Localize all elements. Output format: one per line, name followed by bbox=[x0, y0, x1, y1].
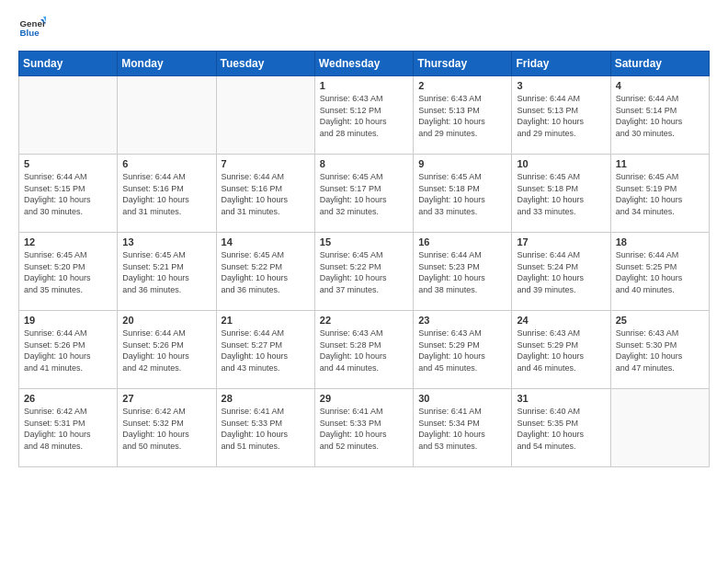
day-number: 16 bbox=[418, 236, 506, 247]
day-number: 11 bbox=[616, 158, 704, 169]
day-number: 4 bbox=[616, 80, 704, 91]
day-info: Sunrise: 6:44 AM Sunset: 5:15 PM Dayligh… bbox=[24, 171, 112, 217]
col-header-thursday: Thursday bbox=[414, 52, 512, 76]
day-number: 19 bbox=[24, 315, 112, 326]
calendar-week-1: 5Sunrise: 6:44 AM Sunset: 5:15 PM Daylig… bbox=[19, 155, 710, 233]
day-info: Sunrise: 6:44 AM Sunset: 5:27 PM Dayligh… bbox=[222, 327, 310, 373]
day-number: 17 bbox=[517, 236, 605, 247]
calendar-week-3: 19Sunrise: 6:44 AM Sunset: 5:26 PM Dayli… bbox=[19, 311, 710, 389]
calendar-cell: 13Sunrise: 6:45 AM Sunset: 5:21 PM Dayli… bbox=[118, 233, 216, 311]
calendar-cell: 21Sunrise: 6:44 AM Sunset: 5:27 PM Dayli… bbox=[216, 311, 314, 389]
calendar-cell: 22Sunrise: 6:43 AM Sunset: 5:28 PM Dayli… bbox=[314, 311, 413, 389]
calendar-cell: 15Sunrise: 6:45 AM Sunset: 5:22 PM Dayli… bbox=[314, 233, 413, 311]
calendar-cell bbox=[216, 76, 314, 155]
calendar-cell: 8Sunrise: 6:45 AM Sunset: 5:17 PM Daylig… bbox=[314, 155, 413, 233]
day-number: 18 bbox=[616, 236, 704, 247]
day-info: Sunrise: 6:42 AM Sunset: 5:32 PM Dayligh… bbox=[122, 406, 210, 452]
calendar-cell: 28Sunrise: 6:41 AM Sunset: 5:33 PM Dayli… bbox=[216, 389, 314, 467]
day-info: Sunrise: 6:45 AM Sunset: 5:21 PM Dayligh… bbox=[122, 249, 210, 295]
day-number: 27 bbox=[122, 393, 210, 404]
day-number: 15 bbox=[320, 236, 408, 247]
calendar-header-row: SundayMondayTuesdayWednesdayThursdayFrid… bbox=[19, 52, 710, 76]
day-info: Sunrise: 6:45 AM Sunset: 5:18 PM Dayligh… bbox=[517, 171, 605, 217]
day-number: 1 bbox=[320, 80, 408, 91]
day-number: 12 bbox=[24, 236, 112, 247]
day-number: 29 bbox=[320, 393, 408, 404]
col-header-monday: Monday bbox=[118, 52, 216, 76]
day-info: Sunrise: 6:40 AM Sunset: 5:35 PM Dayligh… bbox=[517, 406, 605, 452]
day-number: 28 bbox=[222, 393, 310, 404]
day-number: 26 bbox=[24, 393, 112, 404]
day-info: Sunrise: 6:44 AM Sunset: 5:13 PM Dayligh… bbox=[517, 93, 605, 139]
day-info: Sunrise: 6:45 AM Sunset: 5:19 PM Dayligh… bbox=[616, 171, 704, 217]
day-number: 9 bbox=[418, 158, 506, 169]
day-number: 6 bbox=[122, 158, 210, 169]
day-info: Sunrise: 6:43 AM Sunset: 5:13 PM Dayligh… bbox=[418, 93, 506, 139]
day-number: 2 bbox=[418, 80, 506, 91]
calendar-cell bbox=[19, 76, 118, 155]
day-number: 5 bbox=[24, 158, 112, 169]
day-number: 13 bbox=[122, 236, 210, 247]
col-header-tuesday: Tuesday bbox=[216, 52, 314, 76]
col-header-saturday: Saturday bbox=[610, 52, 709, 76]
calendar-cell: 1Sunrise: 6:43 AM Sunset: 5:12 PM Daylig… bbox=[314, 76, 413, 155]
day-info: Sunrise: 6:45 AM Sunset: 5:18 PM Dayligh… bbox=[418, 171, 506, 217]
calendar-cell: 12Sunrise: 6:45 AM Sunset: 5:20 PM Dayli… bbox=[19, 233, 118, 311]
calendar-cell: 9Sunrise: 6:45 AM Sunset: 5:18 PM Daylig… bbox=[414, 155, 512, 233]
logo: General Blue bbox=[18, 14, 46, 41]
calendar-cell bbox=[610, 389, 709, 467]
calendar-cell: 2Sunrise: 6:43 AM Sunset: 5:13 PM Daylig… bbox=[414, 76, 512, 155]
calendar-week-2: 12Sunrise: 6:45 AM Sunset: 5:20 PM Dayli… bbox=[19, 233, 710, 311]
day-info: Sunrise: 6:45 AM Sunset: 5:22 PM Dayligh… bbox=[320, 249, 408, 295]
day-info: Sunrise: 6:45 AM Sunset: 5:20 PM Dayligh… bbox=[24, 249, 112, 295]
day-number: 14 bbox=[222, 236, 310, 247]
page: General Blue SundayMondayTuesdayWednesda… bbox=[0, 0, 728, 563]
day-info: Sunrise: 6:43 AM Sunset: 5:30 PM Dayligh… bbox=[616, 327, 704, 373]
day-info: Sunrise: 6:43 AM Sunset: 5:29 PM Dayligh… bbox=[418, 327, 506, 373]
col-header-sunday: Sunday bbox=[19, 52, 118, 76]
day-info: Sunrise: 6:44 AM Sunset: 5:26 PM Dayligh… bbox=[24, 327, 112, 373]
calendar-cell bbox=[118, 76, 216, 155]
day-info: Sunrise: 6:44 AM Sunset: 5:16 PM Dayligh… bbox=[122, 171, 210, 217]
day-info: Sunrise: 6:45 AM Sunset: 5:22 PM Dayligh… bbox=[222, 249, 310, 295]
calendar-cell: 7Sunrise: 6:44 AM Sunset: 5:16 PM Daylig… bbox=[216, 155, 314, 233]
day-info: Sunrise: 6:41 AM Sunset: 5:34 PM Dayligh… bbox=[418, 406, 506, 452]
day-info: Sunrise: 6:44 AM Sunset: 5:23 PM Dayligh… bbox=[418, 249, 506, 295]
day-number: 30 bbox=[418, 393, 506, 404]
day-number: 10 bbox=[517, 158, 605, 169]
calendar-cell: 24Sunrise: 6:43 AM Sunset: 5:29 PM Dayli… bbox=[512, 311, 610, 389]
calendar-cell: 6Sunrise: 6:44 AM Sunset: 5:16 PM Daylig… bbox=[118, 155, 216, 233]
day-info: Sunrise: 6:44 AM Sunset: 5:14 PM Dayligh… bbox=[616, 93, 704, 139]
calendar-table: SundayMondayTuesdayWednesdayThursdayFrid… bbox=[18, 51, 710, 467]
calendar-cell: 23Sunrise: 6:43 AM Sunset: 5:29 PM Dayli… bbox=[414, 311, 512, 389]
day-info: Sunrise: 6:43 AM Sunset: 5:12 PM Dayligh… bbox=[320, 93, 408, 139]
col-header-wednesday: Wednesday bbox=[314, 52, 413, 76]
day-info: Sunrise: 6:44 AM Sunset: 5:24 PM Dayligh… bbox=[517, 249, 605, 295]
day-info: Sunrise: 6:44 AM Sunset: 5:25 PM Dayligh… bbox=[616, 249, 704, 295]
calendar-cell: 29Sunrise: 6:41 AM Sunset: 5:33 PM Dayli… bbox=[314, 389, 413, 467]
day-number: 23 bbox=[418, 315, 506, 326]
day-number: 3 bbox=[517, 80, 605, 91]
logo-icon: General Blue bbox=[18, 14, 46, 41]
calendar-cell: 26Sunrise: 6:42 AM Sunset: 5:31 PM Dayli… bbox=[19, 389, 118, 467]
day-info: Sunrise: 6:44 AM Sunset: 5:26 PM Dayligh… bbox=[122, 327, 210, 373]
day-info: Sunrise: 6:45 AM Sunset: 5:17 PM Dayligh… bbox=[320, 171, 408, 217]
calendar-cell: 17Sunrise: 6:44 AM Sunset: 5:24 PM Dayli… bbox=[512, 233, 610, 311]
day-number: 21 bbox=[222, 315, 310, 326]
calendar-cell: 11Sunrise: 6:45 AM Sunset: 5:19 PM Dayli… bbox=[610, 155, 709, 233]
svg-text:Blue: Blue bbox=[20, 28, 40, 38]
day-number: 20 bbox=[122, 315, 210, 326]
calendar-cell: 31Sunrise: 6:40 AM Sunset: 5:35 PM Dayli… bbox=[512, 389, 610, 467]
day-info: Sunrise: 6:43 AM Sunset: 5:29 PM Dayligh… bbox=[517, 327, 605, 373]
day-info: Sunrise: 6:42 AM Sunset: 5:31 PM Dayligh… bbox=[24, 406, 112, 452]
day-number: 25 bbox=[616, 315, 704, 326]
calendar-cell: 16Sunrise: 6:44 AM Sunset: 5:23 PM Dayli… bbox=[414, 233, 512, 311]
col-header-friday: Friday bbox=[512, 52, 610, 76]
day-number: 22 bbox=[320, 315, 408, 326]
calendar-cell: 27Sunrise: 6:42 AM Sunset: 5:32 PM Dayli… bbox=[118, 389, 216, 467]
header: General Blue bbox=[18, 14, 710, 41]
day-number: 8 bbox=[320, 158, 408, 169]
calendar-cell: 14Sunrise: 6:45 AM Sunset: 5:22 PM Dayli… bbox=[216, 233, 314, 311]
calendar-cell: 30Sunrise: 6:41 AM Sunset: 5:34 PM Dayli… bbox=[414, 389, 512, 467]
calendar-cell: 20Sunrise: 6:44 AM Sunset: 5:26 PM Dayli… bbox=[118, 311, 216, 389]
